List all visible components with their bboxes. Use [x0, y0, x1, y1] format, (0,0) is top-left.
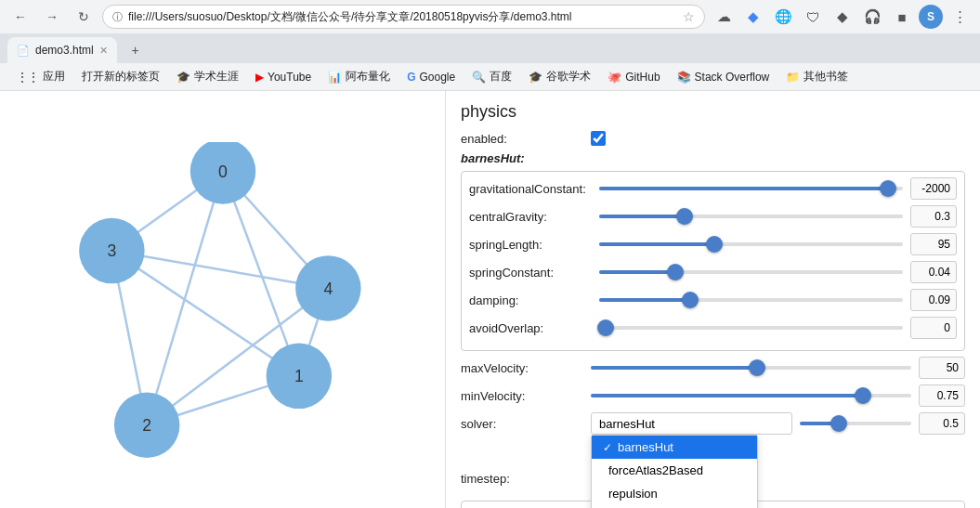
scholar-icon: 🎓 [529, 71, 542, 84]
new-tab-button[interactable]: + [123, 37, 149, 63]
springlength-slider-thumb[interactable] [706, 236, 723, 253]
bookmark-google-label: Google [420, 71, 456, 84]
gravitational-slider-track[interactable] [599, 187, 903, 190]
maxvelocity-slider-track[interactable] [591, 366, 911, 370]
svg-text:0: 0 [218, 162, 228, 180]
springconstant-slider-track[interactable] [599, 270, 903, 274]
solver-option-forceatlas[interactable]: forceAtlas2Based [592, 459, 757, 482]
bookmark-folder-icon: 📁 [786, 71, 800, 84]
svg-text:4: 4 [323, 279, 333, 297]
avoidoverlap-label: avoidOverlap: [469, 321, 599, 335]
maxvelocity-slider-container: 50 [591, 357, 965, 379]
tab-title: demo3.html [35, 44, 94, 57]
maxvelocity-value: 50 [919, 357, 965, 379]
solver-option-barneshut-label: barnesHut [618, 440, 673, 454]
avoidoverlap-slider-container: 0 [599, 317, 957, 339]
maxvelocity-label: maxVelocity: [461, 361, 591, 375]
centralgravity-slider-track[interactable] [599, 215, 903, 218]
minvelocity-row: minVelocity: 0.75 [461, 384, 965, 407]
baidu-icon: 🔍 [472, 71, 486, 84]
centralgravity-slider-container: 0.3 [599, 205, 957, 228]
springconstant-slider-thumb[interactable] [667, 264, 684, 280]
bookmark-youtube[interactable]: ▶ YouTube [248, 68, 319, 86]
solver-option-barneshut[interactable]: ✓ barnesHut [592, 436, 757, 459]
back-button[interactable]: ← [7, 4, 33, 30]
bookmark-google[interactable]: G Google [399, 68, 463, 86]
bookmark-stackoverflow[interactable]: 📚 Stack Overflow [670, 68, 777, 86]
bookmark-star-icon[interactable]: ☆ [683, 9, 695, 24]
solver-selected-text: barnesHut [599, 417, 655, 431]
bookmark-newtab[interactable]: 打开新的标签页 [74, 66, 167, 87]
solver-dropdown[interactable]: barnesHut [591, 412, 792, 435]
tabs-bar: 📄 demo3.html ✕ + [0, 33, 980, 63]
timestep-slider-track[interactable] [800, 422, 911, 425]
maxvelocity-slider-fill [591, 366, 757, 370]
springconstant-slider-container: 0.04 [599, 261, 957, 283]
springlength-slider-container: 95 [599, 233, 957, 255]
github-icon: 🐙 [608, 71, 621, 84]
timestep-slider-thumb[interactable] [830, 415, 847, 432]
reload-button[interactable]: ↻ [71, 4, 97, 30]
centralgravity-row: centralGravity: 0.3 [469, 205, 957, 228]
bookmark-scholar[interactable]: 🎓 谷歌学术 [521, 66, 598, 87]
gravitational-slider-thumb[interactable] [880, 180, 896, 197]
google-icon: G [407, 71, 415, 84]
damping-slider-track[interactable] [599, 298, 903, 302]
bookmark-others-label: 其他书签 [804, 69, 848, 85]
avoidoverlap-slider-track[interactable] [599, 326, 903, 330]
bookmark-newtab-label: 打开新的标签页 [82, 69, 160, 85]
screen-button[interactable]: ■ [889, 4, 915, 30]
tab-close-button[interactable]: ✕ [99, 45, 108, 57]
svg-line-5 [111, 251, 298, 376]
maxvelocity-slider-thumb[interactable] [749, 359, 765, 376]
bookmark-github[interactable]: 🐙 GitHub [600, 68, 667, 86]
avoidoverlap-slider-thumb[interactable] [597, 319, 614, 336]
bookmark-academic-icon: 🎓 [176, 71, 190, 84]
bookmarks-bar: ⋮⋮ 应用 打开新的标签页 🎓 学术生涯 ▶ YouTube 📊 阿布量化 G … [0, 63, 980, 91]
bookmark-academic-label: 学术生涯 [194, 69, 239, 85]
solver-container: barnesHut ✓ barnesHut forceAtlas2Based [591, 412, 792, 435]
damping-row: damping: 0.09 [469, 289, 957, 311]
bookmark-abquant[interactable]: 📊 阿布量化 [320, 66, 398, 87]
controls-panel: physics enabled: barnesHut: gravitationa… [446, 91, 980, 508]
address-bar[interactable]: ⓘ file:///Users/suosuo/Desktop/文档/微信公众号/… [102, 5, 705, 29]
shield-button[interactable]: 🛡 [800, 4, 826, 30]
minvelocity-slider-thumb[interactable] [855, 387, 871, 404]
gravitational-slider-container: -2000 [599, 177, 957, 200]
centralgravity-label: centralGravity: [469, 210, 599, 224]
main-content: 0 1 2 3 4 physics enabled: barnesHut: [0, 91, 980, 508]
toolbar-right: ☁ ◆ 🌐 🛡 ◆ 🎧 ■ S ⋮ [711, 4, 973, 30]
centralgravity-value: 0.3 [910, 205, 957, 228]
bookmark-apps[interactable]: ⋮⋮ 应用 [9, 66, 72, 87]
svg-line-1 [147, 171, 223, 424]
bookmark-academic[interactable]: 🎓 学术生涯 [169, 66, 246, 87]
minvelocity-slider-track[interactable] [591, 394, 911, 397]
avoidoverlap-value: 0 [910, 317, 957, 339]
panel-title: physics [461, 102, 965, 122]
active-tab[interactable]: 📄 demo3.html ✕ [7, 37, 117, 63]
bookmark-baidu[interactable]: 🔍 百度 [464, 66, 519, 87]
forward-button[interactable]: → [39, 4, 65, 30]
headphones-button[interactable]: 🎧 [859, 4, 885, 30]
more-menu-button[interactable]: ⋮ [947, 4, 973, 30]
damping-label: damping: [469, 293, 599, 307]
solver-row: solver: barnesHut ✓ barnesHut forceAtlas… [461, 412, 965, 435]
maxvelocity-row: maxVelocity: 50 [461, 357, 965, 379]
bookmark-abquant-label: 阿布量化 [346, 69, 390, 85]
centralgravity-slider-thumb[interactable] [676, 208, 693, 225]
damping-slider-thumb[interactable] [682, 292, 699, 308]
profile-avatar[interactable]: S [919, 5, 943, 29]
springconstant-slider-fill [599, 270, 675, 274]
menu-button1[interactable]: ◆ [830, 4, 856, 30]
drive-icon-button[interactable]: ◆ [740, 4, 766, 30]
enabled-checkbox[interactable] [591, 131, 606, 146]
minvelocity-value: 0.75 [919, 384, 965, 407]
extensions-button[interactable]: ☁ [711, 4, 737, 30]
bookmark-others[interactable]: 📁 其他书签 [778, 66, 856, 87]
translate-button[interactable]: 🌐 [770, 4, 796, 30]
abquant-icon: 📊 [328, 71, 342, 84]
springlength-slider-track[interactable] [599, 242, 903, 246]
barneshut-section: gravitationalConstant: -2000 centralGrav… [461, 171, 965, 351]
solver-option-repulsion[interactable]: repulsion [592, 482, 757, 505]
bookmark-stackoverflow-label: Stack Overflow [695, 71, 770, 84]
